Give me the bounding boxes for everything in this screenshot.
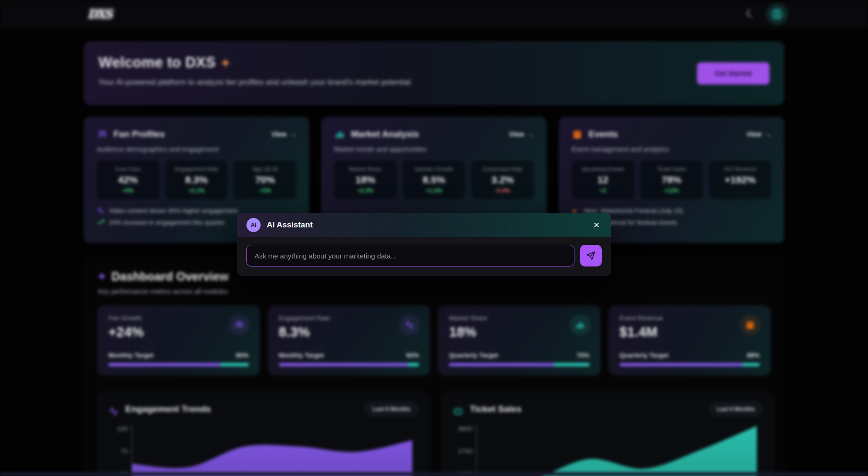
welcome-banner: Welcome to DXS✦ Your AI-powered platform… xyxy=(84,41,784,105)
svg-text:100: 100 xyxy=(117,425,128,432)
view-events-link[interactable]: View → xyxy=(746,130,771,138)
stat-box: Core Fans 42% +5% xyxy=(97,161,159,199)
page: DXS ☾ Welcome to DXS✦ Your AI-powered pl… xyxy=(0,0,868,476)
stat-box: Upcoming Events 12 +3 xyxy=(572,161,634,199)
bar-chart-icon xyxy=(570,315,590,335)
kpi-card-market-share: Market Share 18% Quarterly Target 75% xyxy=(438,306,600,375)
view-fan-profiles-link[interactable]: View → xyxy=(271,130,296,138)
sparkles-icon: ✦ xyxy=(221,56,231,70)
calendar-icon xyxy=(740,315,761,335)
user-icon xyxy=(771,8,783,20)
module-subtitle: Audience demographics and engagement xyxy=(97,145,296,153)
stat-box: Age 18-34 70% +3% xyxy=(234,161,296,199)
kpi-row: Fan Growth +24% Monthly Target 80% xyxy=(98,306,770,375)
ai-avatar: AI xyxy=(246,218,261,232)
stat-box: Engagement Rate 8.3% +2.1% xyxy=(165,161,228,199)
view-market-analysis-link[interactable]: View → xyxy=(509,130,534,138)
progress-bar xyxy=(279,363,419,366)
module-title: Market Analysis xyxy=(351,129,503,139)
ai-question-input[interactable] xyxy=(246,245,574,266)
engagement-trends-area-chart: 1007550 xyxy=(108,421,418,476)
engagement-trends-chart-card: Engagement Trends Last 6 Months 1007550 xyxy=(98,392,429,476)
kpi-card-engagement-rate: Engagement Rate 8.3% Monthly Target 92% xyxy=(268,306,430,375)
moon-icon[interactable]: ☾ xyxy=(745,7,757,20)
section-subtitle: Key performance metrics across all modul… xyxy=(98,288,770,295)
stat-box: Conversion Rate 3.2% -0.4% xyxy=(471,161,534,199)
calendar-icon xyxy=(572,129,583,140)
close-icon[interactable]: ✕ xyxy=(591,219,602,231)
kpi-card-fan-growth: Fan Growth +24% Monthly Target 80% xyxy=(98,306,260,375)
module-subtitle: Event management and analytics xyxy=(572,145,771,153)
svg-text:3600: 3600 xyxy=(458,425,472,432)
activity-icon xyxy=(399,315,420,335)
time-range-badge: Last 6 Months xyxy=(709,402,762,416)
dashboard-overview-section: ✦ Dashboard Overview Key performance met… xyxy=(84,256,784,476)
module-subtitle: Market trends and opportunities xyxy=(334,145,534,153)
svg-text:2700: 2700 xyxy=(458,448,472,455)
trending-up-icon xyxy=(97,218,105,226)
sparkles-icon: ✦ xyxy=(98,271,106,283)
get-started-button[interactable]: Get Started xyxy=(697,62,770,84)
activity-icon xyxy=(108,403,120,415)
bar-chart-icon xyxy=(334,129,345,140)
kpi-card-event-revenue: Event Revenue $1.4M Quarterly Target 88% xyxy=(609,306,771,375)
user-avatar-button[interactable] xyxy=(766,3,788,25)
ai-assistant-header: AI AI Assistant ✕ xyxy=(237,213,611,237)
stat-box: YoY Revenue +192% xyxy=(709,161,771,199)
chart-title: Ticket Sales xyxy=(470,404,704,414)
time-range-badge: Last 6 Months xyxy=(365,402,418,416)
svg-text:75: 75 xyxy=(121,448,128,455)
arrow-right-icon: → xyxy=(290,130,296,138)
ai-assistant-modal: AI AI Assistant ✕ xyxy=(237,213,611,276)
progress-bar xyxy=(449,363,590,366)
dxs-logo: DXS xyxy=(88,7,112,22)
activity-icon xyxy=(97,207,105,215)
chart-title: Engagement Trends xyxy=(125,404,359,414)
progress-bar xyxy=(108,363,249,366)
ticket-sales-chart-card: Ticket Sales Last 6 Months 360027001800 xyxy=(442,392,773,476)
top-nav: DXS ☾ xyxy=(0,0,868,28)
charts-row: Engagement Trends Last 6 Months 1007550 … xyxy=(98,392,770,476)
users-icon xyxy=(97,129,108,140)
bottom-edge-strip xyxy=(0,472,868,476)
stat-box: Ticket Sales 78% +12% xyxy=(640,161,703,199)
arrow-right-icon: → xyxy=(765,130,771,138)
welcome-title: Welcome to DXS✦ xyxy=(98,54,770,71)
progress-bar xyxy=(620,363,760,366)
ai-assistant-title: AI Assistant xyxy=(267,220,585,230)
arrow-right-icon: → xyxy=(527,130,534,138)
stat-box: Market Share 18% +2.3% xyxy=(334,161,397,199)
welcome-subtitle: Your AI-powered platform to analyze fan … xyxy=(98,78,770,87)
ticket-sales-area-chart: 360027001800 xyxy=(453,421,762,476)
users-icon xyxy=(229,315,250,335)
module-title: Fan Profiles xyxy=(114,129,266,139)
ticket-icon xyxy=(453,403,464,415)
module-title: Events xyxy=(589,129,741,139)
send-icon xyxy=(586,250,596,261)
send-button[interactable] xyxy=(580,245,602,266)
stat-box: Industry Growth 8.5% +1.2% xyxy=(403,161,466,199)
